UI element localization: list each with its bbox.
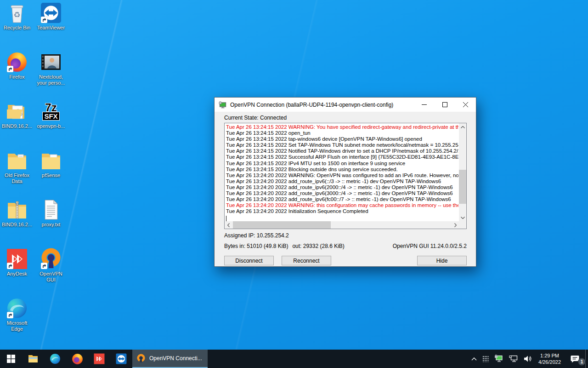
taskbar-teamviewer[interactable] xyxy=(110,350,132,368)
log-line: Tue Apr 26 13:24:15 2022 Successful ARP … xyxy=(226,154,458,160)
desktop-icon-recycle-bin[interactable]: ♻ Recycle Bin xyxy=(0,2,34,51)
tray-openvpn-connected-icon[interactable] xyxy=(492,350,506,368)
bytes-in-label: Bytes in: 51010 (49.8 KiB) xyxy=(224,243,288,249)
anydesk-icon xyxy=(6,248,28,270)
teamviewer-icon xyxy=(116,353,127,364)
show-desktop-button[interactable] xyxy=(585,350,588,368)
icon-label: Old Firefox Data xyxy=(0,172,34,184)
window-titlebar[interactable]: OpenVPN Connection (ballaPR-UDP4-1194-op… xyxy=(215,98,476,112)
desktop-icon-microsoft-edge[interactable]: Microsoft Edge xyxy=(0,297,34,346)
desktop-icon-proxy-txt[interactable]: proxy.txt xyxy=(34,199,68,248)
icon-label: BIND9.16.2... xyxy=(2,222,32,228)
scroll-up-arrow[interactable] xyxy=(459,123,466,131)
icon-label: TeamViewer xyxy=(37,25,65,31)
tray-volume-icon[interactable] xyxy=(521,350,535,368)
log-line: Tue Apr 26 13:24:20 2022 Initialization … xyxy=(226,208,458,214)
log-line: Tue Apr 26 13:24:20 2022 WARNING: this c… xyxy=(226,202,458,208)
icon-label: pfSense xyxy=(42,172,60,178)
shortcut-arrow-icon xyxy=(7,312,13,318)
taskbar-clock[interactable]: 1:29 PM 4/26/2022 xyxy=(535,352,565,365)
log-line: Tue Apr 26 13:24:15 2022 Notified TAP-Wi… xyxy=(226,148,458,154)
tray-chevron-up-icon[interactable] xyxy=(469,350,480,368)
sfx-text: SFX xyxy=(43,112,59,120)
taskbar: OpenVPN Connecti... xyxy=(0,350,588,368)
log-line: Tue Apr 26 13:24:20 2022 add_route_ipv6(… xyxy=(226,196,458,202)
windows-logo-icon xyxy=(7,355,15,363)
active-task-label: OpenVPN Connecti... xyxy=(149,355,202,362)
window-title: OpenVPN Connection (ballaPR-UDP4-1194-op… xyxy=(230,102,393,108)
icon-label: openvpn-b... xyxy=(37,123,65,129)
desktop-icon-firefox[interactable]: Firefox xyxy=(0,51,34,100)
current-state-label: Current State: Connected xyxy=(224,115,287,121)
shortcut-arrow-icon xyxy=(7,263,13,269)
tray-network-icon[interactable] xyxy=(506,350,521,368)
teamviewer-icon xyxy=(40,2,62,24)
scroll-down-arrow[interactable] xyxy=(459,214,466,221)
log-textbox[interactable]: Tue Apr 26 13:24:15 2022 WARNING: You ha… xyxy=(224,123,467,229)
action-center-button[interactable]: 1 xyxy=(565,350,585,368)
7z-sfx-icon: 7z SFX xyxy=(40,100,62,122)
desktop-icon-openvpn-gui[interactable]: OpenVPN GUI xyxy=(34,248,68,297)
minimize-button[interactable] xyxy=(414,98,435,112)
reconnect-button[interactable]: Reconnect xyxy=(282,256,331,265)
icon-label: OpenVPN GUI xyxy=(38,271,64,283)
log-lines: Tue Apr 26 13:24:15 2022 WARNING: You ha… xyxy=(226,124,458,221)
vertical-scroll-thumb[interactable] xyxy=(459,170,466,204)
scroll-right-arrow[interactable] xyxy=(452,221,459,229)
disconnect-button[interactable]: Disconnect xyxy=(224,256,274,265)
edge-icon xyxy=(6,297,28,319)
icon-label: BIND9.16.2... xyxy=(2,123,32,129)
log-line: Tue Apr 26 13:24:20 2022 add_route_ipv6(… xyxy=(226,184,458,190)
desktop-icon-pfsense[interactable]: pfSense xyxy=(34,150,68,199)
log-line: Tue Apr 26 13:24:20 2022 add_route_ipv6(… xyxy=(226,178,458,184)
desktop-icon-teamviewer[interactable]: TeamViewer xyxy=(34,2,68,51)
scrollbar-corner xyxy=(459,221,466,229)
hide-button[interactable]: Hide xyxy=(417,256,467,265)
close-button[interactable] xyxy=(455,98,476,112)
desktop-icon-openvpn-7zsfx[interactable]: 7z SFX openvpn-b... xyxy=(34,100,68,150)
desktop-icon-bind9-folder[interactable]: ⚙ ⚙ BIND9.16.2... xyxy=(0,100,34,150)
vertical-scrollbar[interactable] xyxy=(459,123,466,221)
recycle-bin-icon: ♻ xyxy=(6,2,28,24)
maximize-button[interactable] xyxy=(435,98,455,112)
log-line: Tue Apr 26 13:24:15 2022 Blocking outsid… xyxy=(226,167,458,172)
desktop-icon-anydesk[interactable]: AnyDesk xyxy=(0,248,34,297)
icon-label: Microsoft Edge xyxy=(0,320,34,332)
firefox-icon xyxy=(6,51,28,73)
video-file-icon xyxy=(40,51,62,73)
open-folder-gears-icon: ⚙ ⚙ xyxy=(6,100,28,122)
desktop-icon-old-firefox-data[interactable]: Old Firefox Data xyxy=(0,150,34,199)
log-line: Tue Apr 26 13:24:20 2022 WARNING: OpenVP… xyxy=(226,172,458,178)
taskbar-openvpn-active-task[interactable]: OpenVPN Connecti... xyxy=(132,350,208,368)
log-line: Tue Apr 26 13:24:15 2022 tap-windows6 de… xyxy=(226,136,458,142)
file-explorer-icon xyxy=(28,354,39,364)
log-line: Tue Apr 26 13:24:15 2022 open_tun xyxy=(226,130,458,136)
horizontal-scroll-thumb[interactable] xyxy=(233,221,331,229)
shortcut-arrow-icon xyxy=(41,263,47,269)
log-line: Tue Apr 26 13:24:15 2022 Set TAP-Windows… xyxy=(226,142,458,148)
desktop-icon-nextcloud-video[interactable]: Nextcloud, your perso... xyxy=(34,51,68,100)
taskbar-file-explorer[interactable] xyxy=(22,350,44,368)
bytes-label: Bytes in: 51010 (49.8 KiB)out: 29332 (28… xyxy=(224,243,345,249)
icon-label: proxy.txt xyxy=(42,222,61,228)
icon-label: Firefox xyxy=(9,74,25,80)
zip-folder-icon xyxy=(6,199,28,221)
log-line: Tue Apr 26 13:24:15 2022 IPv4 MTU set to… xyxy=(226,161,458,167)
openvpn-logo-icon xyxy=(136,354,146,363)
desktop-icon-bind9-zip[interactable]: BIND9.16.2... xyxy=(0,199,34,248)
tray-touch-grid-icon[interactable] xyxy=(480,350,492,368)
log-line: Tue Apr 26 13:24:15 2022 WARNING: You ha… xyxy=(226,124,458,130)
scroll-left-arrow[interactable] xyxy=(225,221,232,229)
horizontal-scrollbar[interactable] xyxy=(225,221,459,229)
desktop-icon-grid: ♻ Recycle Bin TeamViewer xyxy=(0,2,68,346)
start-button[interactable] xyxy=(0,350,22,368)
taskbar-edge[interactable] xyxy=(44,350,66,368)
taskbar-anydesk[interactable] xyxy=(88,350,110,368)
clock-time: 1:29 PM xyxy=(538,352,561,359)
icon-label: Nextcloud, your perso... xyxy=(34,74,68,86)
svg-text:♻: ♻ xyxy=(13,11,20,19)
taskbar-firefox[interactable] xyxy=(66,350,88,368)
shortcut-arrow-icon xyxy=(41,17,47,23)
folder-documents-icon xyxy=(6,150,28,172)
system-tray: 1:29 PM 4/26/2022 1 xyxy=(469,350,588,368)
